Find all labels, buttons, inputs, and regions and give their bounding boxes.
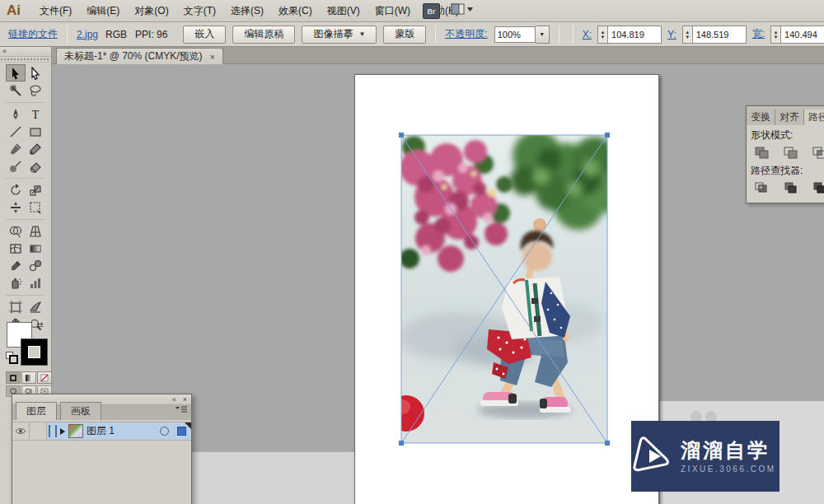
blob-brush-tool[interactable] — [6, 157, 26, 175]
artboard-icon — [9, 301, 22, 314]
close-icon[interactable]: × — [210, 52, 215, 62]
tab-pathfinder[interactable]: 路径查找器 — [804, 110, 824, 125]
opacity-value[interactable]: 100% — [494, 26, 536, 43]
shape-builder-tool[interactable] — [6, 222, 26, 240]
tab-layers[interactable]: 图层 — [16, 402, 57, 420]
tab-transform[interactable]: 变换 — [747, 110, 775, 125]
selection-tool[interactable] — [6, 64, 26, 82]
eyedropper-tool[interactable] — [6, 257, 26, 274]
menu-window[interactable]: 窗口(W) — [368, 0, 418, 22]
lock-toggle[interactable] — [30, 422, 47, 440]
symbol-sprayer-tool[interactable] — [6, 274, 26, 292]
placed-linked-image[interactable] — [401, 135, 607, 443]
tool-group-separator — [6, 292, 45, 296]
divide-button[interactable] — [752, 180, 772, 196]
width-link[interactable]: 宽: — [752, 27, 765, 41]
document-tab[interactable]: 未标题-1* @ 70% (CMYK/预览) × — [56, 48, 223, 64]
layer-row-selected[interactable]: 图层 1 — [47, 422, 191, 440]
visibility-toggle[interactable] — [12, 422, 30, 440]
tab-artboards[interactable]: 画板 — [60, 402, 101, 420]
width-stepper[interactable]: ▲▼ 140.494 — [770, 26, 824, 44]
paintbrush-tool[interactable] — [6, 140, 26, 157]
opacity-link[interactable]: 不透明度: — [445, 27, 487, 41]
workspace-switcher-icon[interactable] — [451, 3, 473, 15]
menu-type[interactable]: 文字(T) — [176, 0, 223, 22]
tool-group-separator — [6, 99, 45, 103]
y-stepper[interactable]: ▲▼ 148.519 — [682, 26, 747, 44]
stepper-arrows-icon[interactable]: ▲▼ — [682, 26, 693, 44]
selection-arrow-icon — [9, 67, 22, 80]
rectangle-tool[interactable] — [26, 123, 45, 140]
gradient-icon — [29, 242, 42, 255]
x-input[interactable]: 104.819 — [608, 26, 662, 44]
tab-align[interactable]: 对齐 — [775, 110, 804, 125]
edit-original-button[interactable]: 编辑原稿 — [232, 26, 295, 44]
width-tool[interactable] — [6, 198, 26, 216]
layer-name[interactable]: 图层 1 — [87, 424, 115, 438]
trim-button[interactable] — [781, 180, 801, 196]
x-link[interactable]: X: — [583, 29, 592, 40]
default-fill-stroke-icon[interactable] — [6, 352, 16, 362]
color-button[interactable] — [6, 371, 21, 384]
file-name-link[interactable]: 2.jpg — [77, 29, 98, 40]
panel-menu-icon[interactable] — [175, 403, 188, 418]
line-segment-tool[interactable] — [6, 123, 26, 140]
none-button[interactable] — [37, 371, 52, 384]
gradient-button[interactable] — [21, 371, 36, 384]
free-transform-tool[interactable] — [26, 198, 45, 216]
column-graph-tool[interactable] — [26, 274, 45, 292]
watermark-title: 溜溜自学 — [681, 440, 776, 461]
merge-button[interactable] — [810, 180, 824, 196]
artboard-tool[interactable] — [6, 298, 26, 315]
x-stepper[interactable]: ▲▼ 104.819 — [597, 26, 662, 44]
rotate-tool[interactable] — [6, 181, 26, 198]
width-input[interactable]: 140.494 — [781, 26, 824, 44]
ppi-label: PPI: 96 — [135, 29, 167, 40]
menu-edit[interactable]: 编辑(E) — [79, 0, 127, 22]
gradient-tool[interactable] — [26, 240, 45, 257]
menu-object[interactable]: 对象(O) — [127, 0, 176, 22]
slice-tool[interactable] — [26, 298, 45, 315]
mask-button[interactable]: 蒙版 — [383, 26, 426, 44]
type-tool[interactable]: T — [26, 105, 45, 123]
y-link[interactable]: Y: — [667, 29, 677, 40]
pencil-tool[interactable] — [26, 140, 45, 157]
pen-tool[interactable] — [6, 105, 26, 123]
magic-wand-tool[interactable] — [6, 82, 26, 99]
chevron-down-icon[interactable]: ▼ — [358, 30, 365, 38]
menu-file[interactable]: 文件(F) — [32, 0, 79, 22]
menu-select[interactable]: 选择(S) — [223, 0, 271, 22]
intersect-button[interactable] — [810, 144, 824, 161]
lasso-tool[interactable] — [26, 82, 45, 99]
expand-arrow-icon[interactable] — [60, 428, 65, 435]
swap-fill-stroke-icon[interactable]: ⇄ — [36, 320, 43, 329]
y-input[interactable]: 148.519 — [693, 26, 747, 44]
collapse-panel-icon[interactable]: « — [0, 47, 51, 57]
embed-button[interactable]: 嵌入 — [183, 26, 226, 44]
bridge-icon[interactable]: Br — [423, 3, 440, 19]
blend-tool[interactable] — [26, 257, 45, 274]
perspective-grid-tool[interactable] — [26, 222, 45, 240]
linked-file-link[interactable]: 链接的文件 — [8, 27, 58, 41]
direct-selection-tool[interactable] — [26, 64, 45, 82]
layer-row[interactable]: 图层 1 — [12, 422, 191, 441]
eraser-tool[interactable] — [26, 157, 45, 175]
minus-front-button[interactable] — [781, 144, 801, 161]
pen-nib-icon — [9, 108, 22, 121]
target-circle-icon[interactable] — [160, 427, 169, 436]
stepper-arrows-icon[interactable]: ▲▼ — [770, 26, 781, 44]
panel-grip-icon[interactable] — [0, 57, 49, 63]
mesh-tool[interactable] — [6, 240, 26, 257]
opacity-combo[interactable]: 100% ▼ — [494, 26, 550, 44]
lasso-icon — [29, 84, 42, 97]
menu-view[interactable]: 视图(V) — [320, 0, 368, 22]
menu-effect[interactable]: 效果(C) — [271, 0, 320, 22]
image-trace-label: 图像描摹 — [313, 27, 353, 41]
image-trace-button[interactable]: 图像描摹▼ — [302, 26, 377, 44]
opacity-dropdown-icon[interactable]: ▼ — [536, 26, 550, 44]
stroke-color-swatch[interactable] — [21, 338, 48, 366]
layer-thumbnail[interactable] — [68, 424, 83, 438]
scale-tool[interactable] — [26, 181, 45, 198]
stepper-arrows-icon[interactable]: ▲▼ — [597, 26, 608, 44]
unite-button[interactable] — [752, 144, 772, 161]
